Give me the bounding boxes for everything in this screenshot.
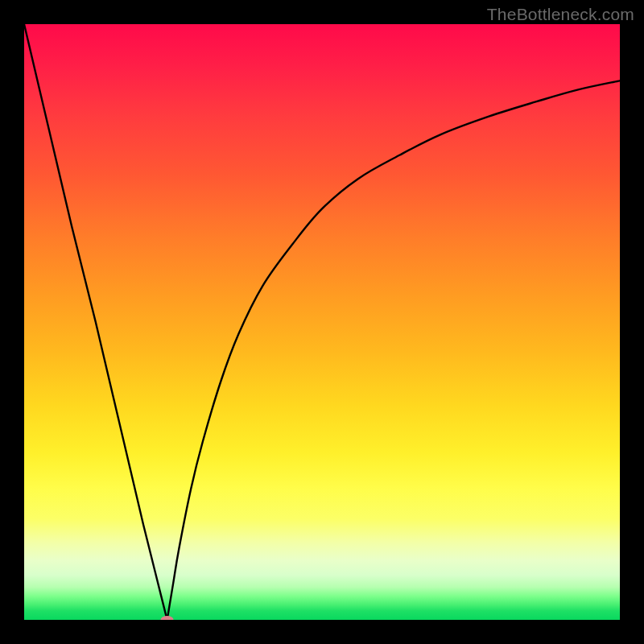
bottleneck-curve [24, 24, 620, 620]
minimum-marker [161, 616, 174, 620]
curve-path [24, 24, 620, 620]
watermark-text: TheBottleneck.com [487, 5, 634, 24]
chart-frame: TheBottleneck.com [0, 0, 644, 644]
plot-area [24, 24, 620, 620]
